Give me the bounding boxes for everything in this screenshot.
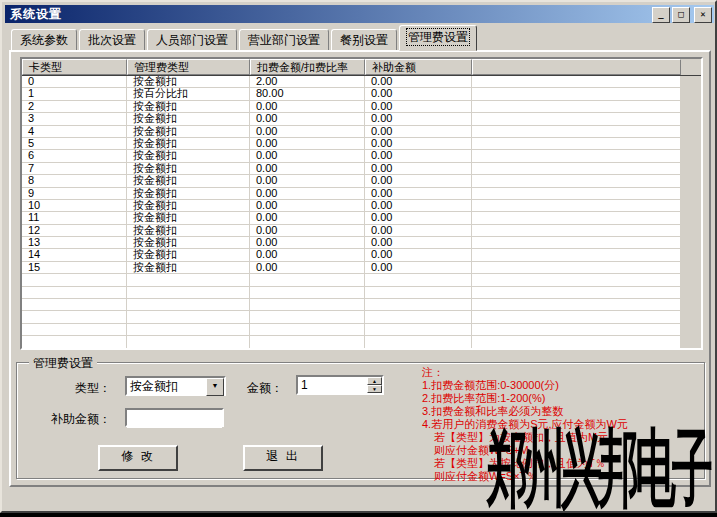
table-row[interactable]: 9按金额扣0.000.00 [22,188,701,200]
note-line: 1.扣费金额范围:0-30000(分) [422,379,707,392]
note-line: 注： [422,366,707,379]
table-row[interactable] [22,287,701,299]
table-row[interactable]: 6按金额扣0.000.00 [22,150,701,162]
fee-table[interactable]: 卡类型管理费类型扣费金额/扣费比率补助金额 0按金额扣2.000.001按百分比… [20,57,703,350]
tab-2[interactable]: 人员部门设置 [147,29,237,51]
tab-label: 批次设置 [88,33,136,47]
table-row[interactable] [22,336,701,348]
fee-table-header[interactable]: 卡类型管理费类型扣费金额/扣费比率补助金额 [22,59,701,76]
table-row[interactable]: 5按金额扣0.000.00 [22,138,701,150]
table-cell [472,175,681,187]
tab-3[interactable]: 营业部门设置 [239,29,329,51]
table-cell: 0.00 [365,225,472,237]
table-row[interactable] [22,274,701,286]
table-cell: 0.00 [365,163,472,175]
groupbox-title: 管理费设置 [29,355,97,372]
table-row[interactable]: 11按金额扣0.000.00 [22,212,701,224]
tab-4[interactable]: 餐别设置 [331,29,397,51]
table-cell: 0.00 [365,150,472,162]
table-cell [127,274,250,286]
note-line: 若【类型】为按金额扣，且值为M元， [422,431,707,444]
column-header[interactable] [472,59,681,75]
table-cell: 0.00 [365,262,472,274]
table-row[interactable]: 2按金额扣0.000.00 [22,101,701,113]
table-cell [472,249,681,261]
table-cell [365,299,472,311]
type-dropdown-value: 按金额扣 [127,378,206,394]
column-header[interactable]: 补助金额 [365,59,472,75]
table-row[interactable]: 10按金额扣0.000.00 [22,200,701,212]
tab-label: 人员部门设置 [156,33,228,47]
fee-table-body[interactable]: 0按金额扣2.000.001按百分比扣80.000.002按金额扣0.000.0… [22,76,701,349]
table-row[interactable]: 7按金额扣0.000.00 [22,163,701,175]
type-dropdown[interactable]: 按金额扣 ▼ [125,376,226,396]
table-row[interactable]: 1按百分比扣80.000.00 [22,88,701,100]
minimize-icon[interactable]: _ [652,7,670,23]
table-cell: 按金额扣 [127,188,250,200]
table-row[interactable] [22,311,701,323]
amount-stepper[interactable]: ▲ ▼ [296,375,384,395]
table-cell [250,311,365,323]
tab-1[interactable]: 批次设置 [79,29,145,51]
table-row[interactable]: 13按金额扣0.000.00 [22,237,701,249]
column-header[interactable]: 管理费类型 [127,59,250,75]
table-cell [472,200,681,212]
table-row[interactable] [22,299,701,311]
table-cell: 0.00 [365,175,472,187]
column-header[interactable]: 扣费金额/扣费比率 [250,59,365,75]
table-cell [472,324,681,336]
table-cell: 按金额扣 [127,200,250,212]
tab-0[interactable]: 系统参数 [11,29,77,51]
table-row[interactable]: 4按金额扣0.000.00 [22,126,701,138]
spin-up-icon[interactable]: ▲ [367,377,382,385]
tab-label: 营业部门设置 [248,33,320,47]
table-cell: 0.00 [250,225,365,237]
exit-button[interactable]: 退 出 [243,445,323,471]
table-cell [365,311,472,323]
table-cell: 按金额扣 [127,150,250,162]
spin-down-icon[interactable]: ▼ [367,385,382,393]
table-cell [22,324,127,336]
table-row[interactable] [22,324,701,336]
table-row[interactable]: 12按金额扣0.000.00 [22,225,701,237]
column-header[interactable]: 卡类型 [22,59,127,75]
chevron-down-icon[interactable]: ▼ [206,378,224,396]
table-row[interactable]: 14按金额扣0.000.00 [22,249,701,261]
table-cell [22,299,127,311]
table-cell [472,225,681,237]
table-cell [365,287,472,299]
table-cell: 按金额扣 [127,262,250,274]
table-cell: 按金额扣 [127,138,250,150]
table-cell: 按金额扣 [127,113,250,125]
subsidy-field[interactable] [127,413,222,428]
close-icon[interactable]: ✕ [694,7,712,23]
table-cell [472,163,681,175]
tab-label: 系统参数 [20,33,68,47]
amount-input[interactable] [298,377,367,393]
table-cell [472,262,681,274]
maximize-icon[interactable]: □ [672,7,690,23]
table-cell [472,188,681,200]
table-cell: 按百分比扣 [127,88,250,100]
table-cell [472,138,681,150]
table-row[interactable]: 0按金额扣2.000.00 [22,76,701,88]
table-row[interactable]: 3按金额扣0.000.00 [22,113,701,125]
table-cell: 按金额扣 [127,237,250,249]
note-line: 2.扣费比率范围:1-200(%) [422,392,707,405]
table-cell [250,287,365,299]
modify-button[interactable]: 修 改 [98,445,178,471]
table-row[interactable]: 15按金额扣0.000.00 [22,262,701,274]
table-cell: 6 [22,150,127,162]
title-bar[interactable]: 系统设置 _ □ ✕ [5,5,714,23]
table-cell: 0.00 [365,212,472,224]
subsidy-label: 补助金额： [51,411,111,428]
table-cell: 13 [22,237,127,249]
table-cell: 0.00 [250,138,365,150]
table-cell [472,101,681,113]
tab-5[interactable]: 管理费设置 [399,25,477,51]
table-row[interactable]: 8按金额扣0.000.00 [22,175,701,187]
table-cell [472,76,681,88]
table-cell: 0.00 [250,163,365,175]
table-cell: 80.00 [250,88,365,100]
table-cell [22,336,127,348]
